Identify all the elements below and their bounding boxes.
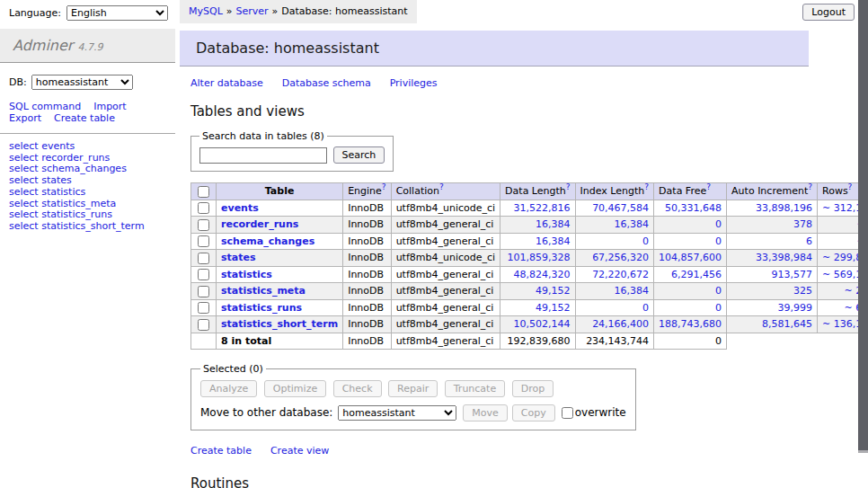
help-link-rows[interactable]: ? — [848, 183, 853, 192]
main-content: Alter databaseDatabase schemaPrivileges … — [190, 72, 810, 488]
table-name-link[interactable]: statistics_meta — [221, 285, 306, 297]
auto-increment-link[interactable]: 33,898,196 — [756, 202, 812, 214]
row-checkbox[interactable] — [198, 302, 209, 314]
row-checkbox[interactable] — [198, 319, 209, 331]
data-length-link[interactable]: 10,502,144 — [514, 318, 571, 330]
row-checkbox[interactable] — [198, 286, 209, 297]
auto-increment-link[interactable]: 378 — [793, 218, 812, 230]
data-free-link[interactable]: 188,743,680 — [659, 318, 722, 330]
drop-button[interactable]: Drop — [512, 380, 554, 397]
import-link[interactable]: Import — [93, 101, 127, 112]
sidebar-table-links: select events select recorder_runs selec… — [0, 134, 175, 233]
table-name-link[interactable]: states — [221, 252, 256, 263]
select-all-checkbox[interactable] — [198, 186, 209, 198]
data-length-link[interactable]: 16,384 — [536, 235, 571, 247]
index-length-link[interactable]: 67,256,320 — [592, 252, 649, 263]
privileges-link[interactable]: Privileges — [390, 77, 438, 89]
total-data-free: 0 — [654, 333, 727, 349]
search-legend: Search data in tables (8) — [199, 130, 327, 142]
row-checkbox[interactable] — [198, 253, 209, 264]
selected-legend: Selected (0) — [200, 363, 266, 375]
sidebar-item-select-statistics[interactable]: select statistics — [9, 187, 175, 199]
alter-database-link[interactable]: Alter database — [190, 77, 263, 89]
create-table-link-sidebar[interactable]: Create table — [54, 112, 115, 124]
data-length-link[interactable]: 101,859,328 — [508, 252, 571, 263]
auto-increment-link[interactable]: 33,398,984 — [756, 252, 812, 263]
overwrite-checkbox[interactable] — [562, 407, 573, 419]
auto-increment-link[interactable]: 6 — [806, 235, 812, 247]
help-link-collation[interactable]: ? — [439, 183, 444, 192]
data-length-link[interactable]: 48,824,320 — [514, 269, 571, 280]
collation-cell: utf8mb4_unicode_ci — [391, 250, 500, 267]
language-select[interactable]: English — [66, 5, 168, 21]
data-length-link[interactable]: 49,152 — [536, 302, 571, 314]
help-link-engine[interactable]: ? — [382, 183, 386, 192]
copy-button[interactable]: Copy — [512, 404, 555, 421]
truncate-button[interactable]: Truncate — [445, 380, 505, 397]
collation-cell: utf8mb4_general_ci — [391, 283, 500, 300]
help-link-data-free[interactable]: ? — [706, 183, 711, 192]
optimize-button[interactable]: Optimize — [264, 380, 326, 397]
index-length-link[interactable]: 70,467,584 — [592, 202, 649, 214]
index-length-link[interactable]: 16,384 — [615, 285, 650, 297]
language-row: Language:English — [0, 0, 175, 21]
table-name-link[interactable]: events — [221, 202, 259, 214]
repair-button[interactable]: Repair — [388, 380, 438, 397]
table-name-link[interactable]: statistics_runs — [221, 302, 302, 314]
row-checkbox[interactable] — [198, 269, 209, 280]
engine-cell: InnoDB — [343, 299, 391, 316]
breadcrumb-server-link[interactable]: Server — [236, 5, 269, 17]
collation-cell: utf8mb4_general_ci — [391, 266, 500, 283]
table-name-link[interactable]: statistics_short_term — [221, 318, 338, 330]
auto-increment-link[interactable]: 325 — [793, 285, 812, 297]
db-select[interactable]: homeassistant — [31, 75, 133, 90]
help-link-index-length[interactable]: ? — [644, 183, 649, 192]
sidebar-item-select-statistics-short-term[interactable]: select statistics_short_term — [9, 221, 175, 233]
export-link[interactable]: Export — [9, 112, 41, 124]
move-database-select[interactable]: homeassistant — [338, 405, 456, 421]
row-checkbox[interactable] — [198, 235, 209, 247]
table-name-link[interactable]: schema_changes — [221, 235, 314, 247]
sidebar-item-select-states[interactable]: select states — [9, 175, 175, 187]
index-length-link[interactable]: 16,384 — [615, 218, 650, 230]
auto-increment-link[interactable]: 39,999 — [778, 302, 813, 314]
index-length-link[interactable]: 0 — [642, 235, 649, 247]
auto-increment-link[interactable]: 8,581,645 — [762, 318, 812, 330]
brand-name: Adminer — [13, 37, 73, 54]
data-length-link[interactable]: 49,152 — [536, 285, 571, 297]
data-length-link[interactable]: 16,384 — [536, 218, 571, 230]
data-length-link[interactable]: 31,522,816 — [514, 202, 571, 214]
breadcrumb-mysql-link[interactable]: MySQL — [189, 5, 223, 17]
scrollbar-thumb[interactable] — [858, 0, 868, 450]
sql-command-link[interactable]: SQL command — [9, 101, 81, 112]
data-free-link[interactable]: 0 — [715, 235, 722, 247]
data-free-link[interactable]: 0 — [715, 285, 722, 297]
create-view-link[interactable]: Create view — [270, 445, 329, 457]
table-row: schema_changes InnoDB utf8mb4_general_ci… — [191, 233, 868, 250]
data-free-link[interactable]: 104,857,600 — [659, 252, 722, 263]
index-length-link[interactable]: 72,220,672 — [592, 269, 649, 280]
data-free-link[interactable]: 0 — [715, 218, 722, 230]
data-free-link[interactable]: 0 — [715, 302, 722, 314]
auto-increment-link[interactable]: 913,577 — [772, 269, 813, 280]
search-input[interactable] — [199, 147, 327, 164]
help-link-auto-increment[interactable]: ? — [808, 183, 812, 192]
table-name-link[interactable]: statistics — [221, 269, 272, 280]
check-button[interactable]: Check — [333, 380, 382, 397]
engine-cell: InnoDB — [343, 217, 391, 234]
move-button[interactable]: Move — [463, 404, 508, 421]
search-button[interactable]: Search — [333, 146, 385, 164]
data-free-link[interactable]: 6,291,456 — [671, 269, 722, 280]
create-table-link[interactable]: Create table — [190, 445, 252, 457]
analyze-button[interactable]: Analyze — [200, 380, 257, 397]
logout-button[interactable]: Logout — [802, 4, 855, 21]
row-checkbox[interactable] — [198, 202, 209, 214]
sidebar-item-select-events[interactable]: select events — [9, 141, 175, 153]
index-length-link[interactable]: 24,166,400 — [592, 318, 649, 330]
data-free-link[interactable]: 50,331,648 — [665, 202, 722, 214]
index-length-link[interactable]: 0 — [642, 302, 649, 314]
table-name-link[interactable]: recorder_runs — [221, 218, 298, 230]
database-schema-link[interactable]: Database schema — [282, 77, 371, 89]
help-link-data-length[interactable]: ? — [566, 183, 571, 192]
row-checkbox[interactable] — [198, 219, 209, 231]
